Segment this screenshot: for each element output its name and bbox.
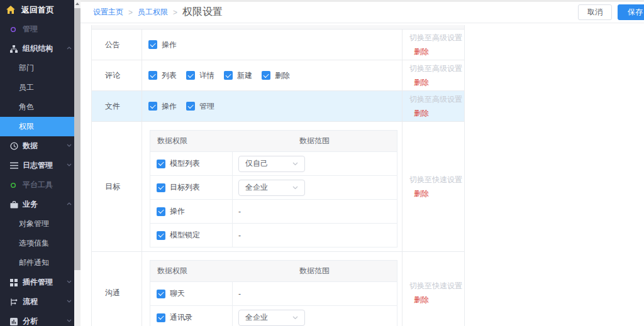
data-permission-checkbox-label: 模型列表 xyxy=(170,158,200,169)
row-category-label: 目标 xyxy=(105,182,120,192)
checkbox-checked[interactable] xyxy=(262,71,270,80)
data-scope-select[interactable]: 仅自己 xyxy=(238,156,305,172)
chevron-down-icon xyxy=(67,300,72,303)
switch-mode-link[interactable]: 切换至高级设置 xyxy=(409,63,465,74)
data-permission-table-header: 数据权限数据范围 xyxy=(150,131,397,151)
chevron-up-icon xyxy=(67,46,72,50)
sidebar-item-data[interactable]: 数据 xyxy=(0,136,74,156)
table-row-file: 文件操作管理切换至高级设置删除 xyxy=(92,90,464,121)
sidebar-item-department[interactable]: 部门 xyxy=(0,58,74,78)
checkbox-checked[interactable] xyxy=(157,290,165,298)
permission-checkbox-label: 删除 xyxy=(275,70,290,81)
checkbox-checked[interactable] xyxy=(148,102,157,111)
sidebar-item-label: 部门 xyxy=(19,63,34,73)
permission-rows: 公告操作切换至高级设置删除评论列表详情新建删除切换至高级设置删除文件操作管理切换… xyxy=(92,29,464,326)
checkbox-checked[interactable] xyxy=(157,183,165,192)
column-header-data-scope: 数据范围 xyxy=(232,131,397,151)
content-area: 公告操作切换至高级设置删除评论列表详情新建删除切换至高级设置删除文件操作管理切换… xyxy=(80,23,644,326)
breadcrumb-separator: > xyxy=(173,8,177,17)
permission-checkbox-label: 管理 xyxy=(199,101,214,112)
vertical-scrollbar[interactable] xyxy=(74,0,80,326)
chevron-up-icon xyxy=(67,202,72,205)
switch-mode-link[interactable]: 切换至高级设置 xyxy=(409,33,465,43)
switch-mode-link[interactable]: 切换至高级设置 xyxy=(409,94,465,105)
sidebar-item-role[interactable]: 角色 xyxy=(0,97,74,117)
delete-link[interactable]: 删除 xyxy=(409,188,465,199)
scroll-up-arrow-icon[interactable] xyxy=(74,0,80,8)
checkbox-checked[interactable] xyxy=(186,102,195,111)
scrollbar-thumb[interactable] xyxy=(74,8,80,270)
sidebar-item-object-management[interactable]: 对象管理 xyxy=(0,214,74,234)
data-permission-row: 目标列表全企业 xyxy=(150,175,397,199)
data-scope-select[interactable]: 全企业 xyxy=(238,180,305,196)
row-data-permissions: 数据权限数据范围模型列表仅自己目标列表全企业操作-模型锁定- xyxy=(142,122,402,251)
delete-link[interactable]: 删除 xyxy=(409,46,465,57)
sidebar-item-label: 权限 xyxy=(19,121,34,132)
permission-checkbox-label: 列表 xyxy=(162,70,177,81)
data-scope-select-value: 仅自己 xyxy=(245,158,268,169)
row-category: 文件 xyxy=(92,91,142,121)
checkbox-checked[interactable] xyxy=(148,40,157,49)
save-button[interactable]: 保存 xyxy=(618,4,644,20)
sidebar-item-back-home[interactable]: 返回首页 xyxy=(0,0,74,19)
clock-icon xyxy=(10,142,19,150)
sidebar-item-label: 日志管理 xyxy=(23,160,53,171)
data-scope-cell: - xyxy=(232,224,397,247)
checkbox-group: 模型锁定 xyxy=(157,230,200,241)
checkbox-group: 详情 xyxy=(186,70,214,81)
checkbox-checked[interactable] xyxy=(157,231,165,240)
sidebar: 返回首页 管理组织结构部门员工角色权限数据日志管理平台工具业务对象管理选项值集邮… xyxy=(0,0,74,326)
chevron-down-icon xyxy=(67,163,72,166)
checkbox-checked[interactable] xyxy=(186,71,195,80)
data-scope-select-value: 全企业 xyxy=(245,312,268,323)
row-actions: 切换至高级设置删除 xyxy=(402,30,465,60)
sidebar-item-label: 平台工具 xyxy=(23,180,53,190)
row-data-permissions: 数据权限数据范围聊天-通讯录全企业 xyxy=(142,252,402,326)
data-permission-cell: 目标列表 xyxy=(150,176,232,199)
chevron-down-icon xyxy=(67,280,72,283)
breadcrumb-settings-home[interactable]: 设置主页 xyxy=(93,7,123,18)
sidebar-item-business[interactable]: 业务 xyxy=(0,195,74,214)
sidebar-item-employee[interactable]: 员工 xyxy=(0,78,74,97)
sidebar-item-log-management[interactable]: 日志管理 xyxy=(0,156,74,175)
column-header-data-scope: 数据范围 xyxy=(232,261,397,281)
delete-link[interactable]: 删除 xyxy=(409,77,465,88)
data-scope-empty-value: - xyxy=(238,207,241,216)
grid-icon xyxy=(10,279,19,286)
switch-mode-link[interactable]: 切换至快速设置 xyxy=(409,281,465,291)
checkbox-group: 聊天 xyxy=(157,288,185,299)
checkbox-checked[interactable] xyxy=(157,160,165,168)
row-category-label: 评论 xyxy=(105,70,120,81)
data-scope-cell: 仅自己 xyxy=(232,152,397,175)
sidebar-item-analysis[interactable]: 分析 xyxy=(0,312,74,326)
data-permission-checkbox-label: 通讯录 xyxy=(170,312,192,323)
checkbox-checked[interactable] xyxy=(224,71,233,80)
checkbox-checked[interactable] xyxy=(157,207,165,216)
switch-mode-link[interactable]: 切换至快速设置 xyxy=(409,175,465,185)
table-row-announcement: 公告操作切换至高级设置删除 xyxy=(92,29,464,60)
sidebar-item-option-value-set[interactable]: 选项值集 xyxy=(0,234,74,253)
delete-link[interactable]: 删除 xyxy=(409,108,465,119)
permission-checkbox-label: 操作 xyxy=(162,101,177,112)
sidebar-item-email-notification[interactable]: 邮件通知 xyxy=(0,253,74,273)
delete-link[interactable]: 删除 xyxy=(409,295,465,305)
breadcrumb-employee-permission[interactable]: 员工权限 xyxy=(138,7,168,18)
data-permission-row: 操作- xyxy=(150,199,397,223)
select-chevron-icon xyxy=(292,316,298,320)
sidebar-item-management[interactable]: 管理 xyxy=(0,19,74,39)
data-scope-select[interactable]: 全企业 xyxy=(238,310,305,326)
sidebar-item-org-structure[interactable]: 组织结构 xyxy=(0,39,74,58)
sidebar-item-permission[interactable]: 权限 xyxy=(0,117,74,136)
sidebar-item-plugin-management[interactable]: 插件管理 xyxy=(0,273,74,292)
data-permission-cell: 通讯录 xyxy=(150,306,232,326)
sidebar-item-label: 数据 xyxy=(23,141,38,151)
checkbox-checked[interactable] xyxy=(148,71,157,80)
sidebar-item-platform-tools[interactable]: 平台工具 xyxy=(0,175,74,195)
checkbox-group: 删除 xyxy=(262,70,290,81)
column-header-data-permission: 数据权限 xyxy=(150,131,232,151)
checkbox-checked[interactable] xyxy=(157,313,165,322)
back-home-label: 返回首页 xyxy=(21,4,54,16)
cancel-button[interactable]: 取消 xyxy=(578,4,612,20)
row-actions: 切换至高级设置删除 xyxy=(402,91,465,121)
sidebar-item-process[interactable]: 流程 xyxy=(0,292,74,312)
